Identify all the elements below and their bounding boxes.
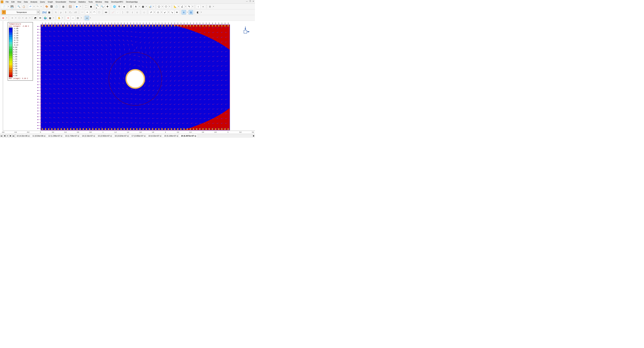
menu-developerapp[interactable]: DeveloperApp xyxy=(124,1,139,3)
layers-button[interactable]: ☰ xyxy=(129,4,133,9)
flow-button[interactable]: ⇊ xyxy=(182,10,186,15)
zoom-window-button[interactable]: ⧉ xyxy=(117,4,122,9)
mu-button[interactable]: μ xyxy=(59,10,63,15)
tab-index[interactable]: # xyxy=(6,134,9,138)
play-button[interactable]: ▶ xyxy=(75,4,79,9)
env-button[interactable]: ✉ xyxy=(38,16,42,20)
hatch-button[interactable]: ▨ xyxy=(189,10,193,15)
v1-button[interactable]: ⧈ xyxy=(66,16,70,20)
undo-button[interactable]: ↶ xyxy=(28,4,33,9)
tab-prev[interactable]: ◀ xyxy=(3,134,6,138)
print-preview-button[interactable]: 🔍 xyxy=(16,4,21,9)
stage-tab[interactable]: 16 (3.024e+07 s) xyxy=(113,134,130,137)
save-button[interactable]: 💾 xyxy=(10,4,14,9)
plot-canvas[interactable]: 3333333333333333333333333333333333333333… xyxy=(3,21,255,131)
window-maximize[interactable]: ❐ xyxy=(249,0,251,2)
menu-graph[interactable]: Graph xyxy=(46,1,54,3)
net-button[interactable]: ⋈ xyxy=(104,10,108,15)
t1-button[interactable]: ◩ xyxy=(33,16,38,20)
redo-dropdown[interactable]: ▾ xyxy=(40,4,42,9)
text-button[interactable]: A xyxy=(134,4,138,9)
sel-button[interactable]: ⊞ xyxy=(1,16,5,20)
zoom-all-button[interactable]: 🌐 xyxy=(112,4,116,9)
globe-button[interactable]: 🌍 xyxy=(43,16,47,20)
m2-button[interactable]: ▦ xyxy=(48,16,52,20)
pen-button[interactable]: ✎ xyxy=(187,4,191,9)
menu-view[interactable]: View xyxy=(16,1,23,3)
tab-first[interactable]: ⏮ xyxy=(0,134,3,138)
circle-button[interactable]: ● xyxy=(201,4,205,9)
grid-button[interactable]: ▦ xyxy=(141,4,145,9)
trash-button[interactable]: 🗑 xyxy=(208,4,212,9)
polygon-button[interactable]: ⬠ xyxy=(157,4,161,9)
rect-button[interactable]: ▭ xyxy=(85,16,89,20)
fit-button[interactable]: ▣ xyxy=(89,4,93,9)
l1-button[interactable]: ↙ xyxy=(163,10,167,15)
page-button[interactable]: 📋 xyxy=(22,4,26,9)
menu-help[interactable]: Help xyxy=(103,1,110,3)
box-button[interactable]: ☐ xyxy=(97,10,101,15)
cut-button[interactable]: ⊘ xyxy=(24,16,28,20)
mesh-button[interactable]: ▦ xyxy=(47,10,51,15)
m3-button[interactable]: ⊡ xyxy=(76,16,80,20)
menu-developerrfc[interactable]: DeveloperRFC xyxy=(110,1,125,3)
stage-tab[interactable]: 17 (3.456e+07 s) xyxy=(130,134,147,137)
pm-button[interactable]: ±6 xyxy=(73,10,78,15)
hexagon-button[interactable]: ⬡ xyxy=(164,4,168,9)
clock-button[interactable]: 🕐 xyxy=(54,4,58,9)
diamond-button[interactable]: ◇ xyxy=(142,10,146,15)
datatype-selector[interactable]: T Temperature ▼ xyxy=(1,10,40,15)
cu-button[interactable]: Cᵤ xyxy=(68,10,73,15)
palette-button[interactable]: 🎨 xyxy=(44,4,49,9)
angle-button[interactable]: ∠ xyxy=(180,4,184,9)
chevron-down-icon[interactable]: ▼ xyxy=(37,11,40,14)
menu-query[interactable]: Query xyxy=(39,1,46,3)
stage-tab[interactable]: 14 (2.16e+07 s) xyxy=(81,134,96,137)
l3-button[interactable]: ≋ xyxy=(175,10,179,15)
menu-window[interactable]: Window xyxy=(94,1,103,3)
tab-last[interactable]: ⏭ xyxy=(12,134,15,138)
sun-button[interactable]: ☀ xyxy=(10,16,14,20)
window-minimize[interactable]: — xyxy=(246,0,248,2)
stage-tab[interactable]: 11 (8.64e+06 s) xyxy=(31,134,47,137)
legend[interactable]: Temperature min (stage): -2.00 C -2.00-1… xyxy=(8,22,33,81)
stage-tab[interactable]: 15 (2.592e+07 s) xyxy=(96,134,113,137)
vsort-button[interactable]: ↕ xyxy=(196,4,200,9)
bars-button[interactable]: ⫼ xyxy=(135,10,139,15)
zoom-out-button[interactable]: 🔍- xyxy=(100,4,105,9)
image-button[interactable]: 🖼 xyxy=(49,4,54,9)
new-dropdown[interactable]: ▾ xyxy=(8,4,9,9)
zoom-select-button[interactable]: ◈ xyxy=(122,4,126,9)
menu-data[interactable]: Data xyxy=(22,1,29,3)
menu-statistics[interactable]: Statistics xyxy=(77,1,87,3)
menu-analysis[interactable]: Analysis xyxy=(29,1,39,3)
stage-tab[interactable]: 10 (4.32e+06 s) xyxy=(15,134,31,137)
col-button[interactable]: ⫿ xyxy=(130,10,134,15)
new-button[interactable]: 📄 xyxy=(1,4,7,9)
excl-button[interactable]: ⚠ xyxy=(156,10,160,15)
zoom-in-button[interactable]: 🔍+ xyxy=(96,4,100,9)
redo-button[interactable]: ↷ xyxy=(36,4,40,9)
hand-button[interactable]: ✋ xyxy=(57,16,61,20)
menu-file[interactable]: File xyxy=(4,1,10,3)
stage-tab[interactable]: 18 (4.32e+07 s) xyxy=(147,134,163,137)
expand-button[interactable]: ⛶ xyxy=(84,4,88,9)
window-close[interactable]: ✕ xyxy=(252,0,254,2)
sq-button[interactable]: ☐ xyxy=(17,16,22,20)
menu-groundwater[interactable]: Groundwater xyxy=(54,1,68,3)
fx-button[interactable]: ƒ(x) xyxy=(42,10,46,15)
g1-button[interactable]: 📈 xyxy=(111,10,115,15)
stage-tab[interactable]: 19 (5.184e+07 s) xyxy=(163,134,180,137)
tab-next[interactable]: ▶ xyxy=(9,134,12,138)
window-button[interactable]: 🪟 xyxy=(68,4,72,9)
play-dropdown[interactable]: ▾ xyxy=(80,4,81,9)
stage-tab[interactable]: 12 (1.296e+07 s) xyxy=(47,134,64,137)
stage-tab[interactable]: 20 (6.3072e+07 s) xyxy=(180,134,198,137)
menu-thermal[interactable]: Thermal xyxy=(68,1,77,3)
xi-button[interactable]: Xᵢ xyxy=(54,10,58,15)
arr-button[interactable]: ↔ xyxy=(71,16,75,20)
plus-button[interactable]: ＋ xyxy=(85,10,90,15)
l2-button[interactable]: ↘ xyxy=(170,10,174,15)
chart-button[interactable]: 📊 xyxy=(148,4,152,9)
split-button[interactable]: ◧ xyxy=(196,10,200,15)
